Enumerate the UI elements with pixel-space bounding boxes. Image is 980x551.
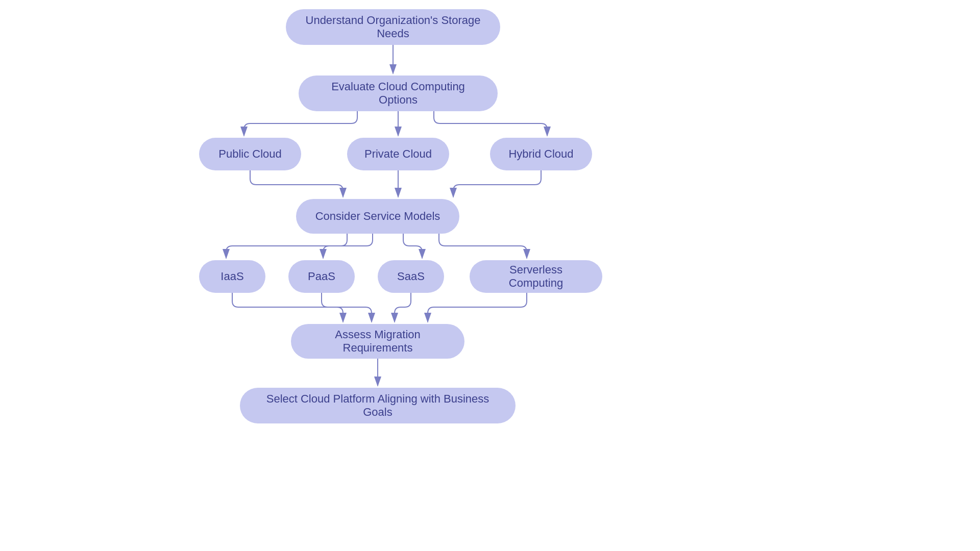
migrate-node: Assess Migration Requirements bbox=[291, 324, 464, 359]
evaluate-node: Evaluate Cloud Computing Options bbox=[299, 76, 498, 111]
private-cloud-node: Private Cloud bbox=[347, 138, 449, 170]
public-cloud-node: Public Cloud bbox=[199, 138, 301, 170]
service-models-node: Consider Service Models bbox=[296, 199, 459, 234]
paas-node: PaaS bbox=[288, 260, 355, 293]
saas-node: SaaS bbox=[378, 260, 444, 293]
serverless-node: Serverless Computing bbox=[470, 260, 602, 293]
select-node: Select Cloud Platform Aligning with Busi… bbox=[240, 388, 516, 423]
hybrid-cloud-node: Hybrid Cloud bbox=[490, 138, 592, 170]
understand-node: Understand Organization's Storage Needs bbox=[286, 9, 500, 45]
diagram-container: Understand Organization's Storage Needs … bbox=[0, 0, 980, 551]
iaas-node: IaaS bbox=[199, 260, 265, 293]
